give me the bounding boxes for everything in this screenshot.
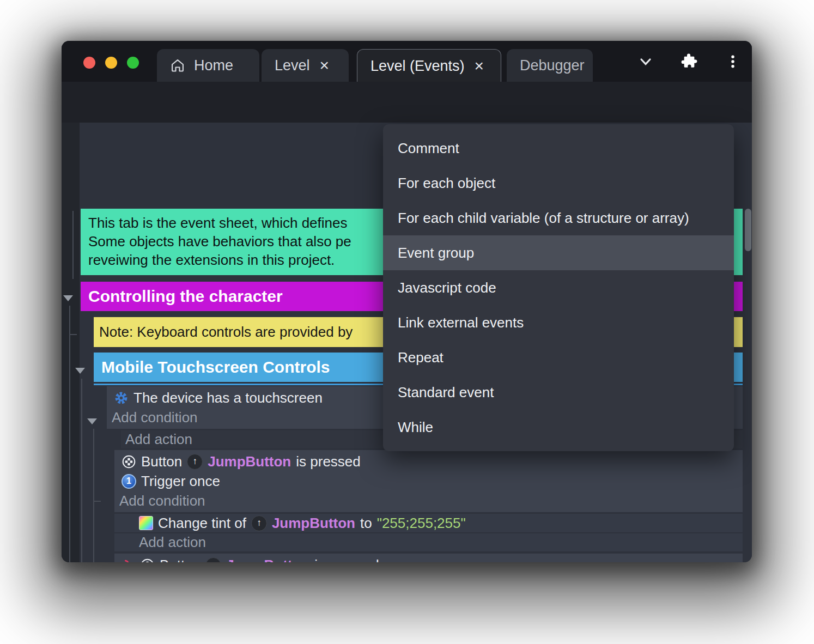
action-parameter: "255;255;255" (377, 515, 466, 532)
trigger-once-icon: 1 (122, 474, 136, 489)
action-text: Change tint of (158, 515, 246, 532)
collapse-event[interactable] (87, 418, 97, 424)
menu-item-link-external-events[interactable]: Link external events (383, 305, 734, 340)
menu-item-event-group[interactable]: Event group (383, 235, 734, 270)
home-icon (170, 58, 185, 73)
tab-list-dropdown[interactable] (630, 41, 661, 82)
menu-item-repeat[interactable]: Repeat (383, 340, 734, 375)
object-up-arrow-icon: ↑ (251, 515, 267, 531)
main-menu-button[interactable] (718, 41, 748, 82)
group-title: Mobile Touchscreen Controls (101, 358, 330, 376)
event-block[interactable]: Button ↑ JumpButton is pressed 1 Trigger… (114, 554, 743, 562)
object-name: JumpButton (272, 515, 355, 532)
tab-home[interactable]: Home (157, 49, 259, 82)
menu-item-for-each-object[interactable]: For each object (383, 166, 734, 201)
object-up-arrow-icon: ↑ (187, 454, 203, 470)
condition-text: is pressed (314, 557, 379, 563)
tab-level-events[interactable]: Level (Events) × (357, 49, 501, 82)
add-action-link[interactable]: Add action (114, 533, 743, 551)
close-icon[interactable]: × (473, 58, 485, 74)
tab-level[interactable]: Level × (262, 49, 349, 82)
indent-guide (81, 379, 82, 562)
condition-row[interactable]: 1 Trigger once (114, 471, 743, 491)
close-icon[interactable]: × (319, 57, 331, 74)
condition-text: is pressed (296, 453, 361, 470)
comment-text: Note: Keyboard controls are provided by (99, 324, 353, 341)
vertical-scrollbar[interactable] (745, 209, 751, 251)
tab-level-label: Level (275, 57, 310, 74)
add-event-context-menu: Comment For each object For each child v… (383, 124, 734, 451)
menu-item-comment[interactable]: Comment (383, 131, 734, 166)
action-row[interactable]: Change tint of ↑ JumpButton to "255;255;… (114, 514, 743, 532)
collapse-group-controlling[interactable] (63, 295, 73, 301)
condition-row[interactable]: Button ↑ JumpButton is pressed (114, 555, 743, 562)
condition-text: Trigger once (141, 473, 220, 490)
event-block[interactable]: Button ↑ JumpButton is pressed 1 Trigger… (114, 450, 743, 512)
kebab-menu-icon (725, 53, 741, 70)
gamepad-button-icon (122, 454, 136, 469)
menu-item-for-each-child-variable[interactable]: For each child variable (of a structure … (383, 201, 734, 235)
zoom-window-button[interactable] (127, 57, 139, 69)
tab-debugger[interactable]: Debugger (507, 49, 593, 82)
collapse-group-mobile[interactable] (75, 368, 85, 374)
condition-text: The device has a touchscreen (133, 390, 323, 406)
object-name: JumpButton (208, 453, 291, 470)
gamepad-button-icon (140, 558, 155, 563)
tab-debugger-label: Debugger (520, 57, 585, 74)
close-window-button[interactable] (83, 57, 95, 69)
indent-guide (69, 306, 70, 562)
action-text: to (360, 515, 372, 532)
object-up-arrow-icon: ↑ (205, 557, 221, 563)
condition-text: Button (160, 557, 201, 563)
condition-row[interactable]: Button ↑ JumpButton is pressed (114, 452, 743, 471)
tab-bar: Home Level × Level (Events) × Debugger (62, 41, 752, 82)
object-name: JumpButton (226, 557, 309, 563)
window-controls (83, 57, 139, 69)
menu-item-standard-event[interactable]: Standard event (383, 375, 734, 410)
tab-level-events-label: Level (Events) (370, 58, 465, 75)
event-sheet-gutter (62, 123, 80, 562)
group-title: Controlling the character (88, 287, 283, 306)
tint-swatch-icon (139, 516, 153, 530)
system-gear-icon (114, 391, 129, 405)
app-window: Home Level × Level (Events) × Debugger (62, 41, 752, 562)
puzzle-icon (681, 53, 698, 70)
add-condition-link[interactable]: Add condition (114, 491, 743, 511)
addons-button[interactable] (674, 41, 704, 82)
condition-text: Button (141, 453, 182, 470)
indent-guide (93, 501, 101, 502)
indent-guide (72, 211, 74, 279)
tab-home-label: Home (194, 57, 233, 74)
chevron-down-icon (637, 53, 654, 70)
invert-icon (122, 558, 135, 563)
indent-guide (93, 429, 94, 562)
menu-item-javascript-code[interactable]: Javascript code (383, 270, 734, 305)
indent-guide (69, 334, 77, 335)
minimize-window-button[interactable] (105, 57, 117, 69)
toolbar (62, 82, 752, 123)
menu-item-while[interactable]: While (383, 410, 734, 445)
